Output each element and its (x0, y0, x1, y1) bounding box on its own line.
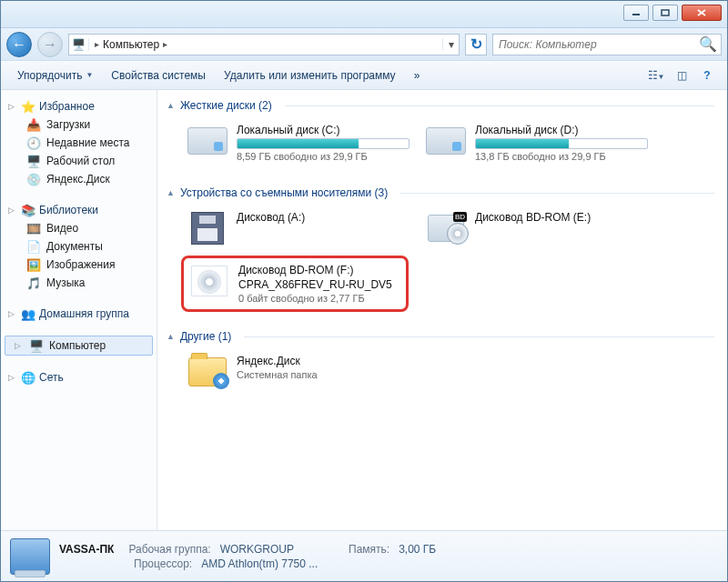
toolbar: Упорядочить▼ Свойства системы Удалить ил… (1, 61, 727, 90)
help-button[interactable]: ? (696, 69, 718, 82)
toolbar-label: Свойства системы (111, 69, 206, 82)
group-label: Сеть (39, 371, 64, 384)
pane-icon: ◫ (677, 69, 687, 82)
recent-icon: 🕘 (26, 135, 41, 150)
group-label: Избранное (39, 100, 95, 113)
network-header[interactable]: ▷🌐Сеть (1, 368, 157, 386)
sidebar-label: Яндекс.Диск (46, 173, 110, 186)
libraries-group: ▷📚Библиотеки 🎞️Видео 📄Документы 🖼️Изобра… (1, 201, 157, 292)
drive-bdrom-e[interactable]: BD Дисковод BD-ROM (E:) (420, 205, 647, 252)
titlebar (1, 1, 727, 28)
svg-rect-0 (632, 14, 640, 15)
favorites-header[interactable]: ▷⭐Избранное (1, 97, 157, 115)
toolbar-overflow[interactable]: » (407, 66, 428, 85)
group-other: ▲Другие (1) Яндекс.Диск Системная папка (165, 325, 716, 396)
drive-name: Дисковод BD-ROM (F:) (238, 264, 400, 276)
drive-bdrom-f[interactable]: ↓ Дисковод BD-ROM (F:) CPRA_X86FREV_RU-R… (181, 256, 409, 312)
chevron-down-icon: ▾ (449, 38, 454, 51)
expand-icon: ▷ (8, 309, 17, 318)
minimize-icon (632, 9, 641, 16)
hdd-icon (187, 124, 228, 158)
navbar: ← → 🖥️ ▸Компьютер▸ ▾ ↻ 🔍 (1, 28, 727, 61)
sidebar-label: Загрузки (46, 118, 90, 131)
folder-icon (187, 355, 228, 389)
view-icon: ☷ (648, 69, 658, 82)
collapse-icon: ▲ (167, 188, 175, 197)
sidebar-label: Недавние места (46, 136, 129, 149)
network-group: ▷🌐Сеть (1, 368, 157, 386)
group-title: Устройства со съемными носителями (3) (180, 186, 388, 199)
drive-name: Локальный диск (D:) (475, 124, 648, 136)
drive-free-text: 8,59 ГБ свободно из 29,9 ГБ (237, 151, 410, 162)
sidebar-item-videos[interactable]: 🎞️Видео (1, 219, 157, 237)
drive-local-d[interactable]: Локальный диск (D:) 13,8 ГБ свободно из … (420, 117, 647, 168)
drive-name: Дисковод BD-ROM (E:) (475, 211, 641, 224)
homegroup-group: ▷👥Домашняя группа (1, 305, 157, 323)
sidebar-item-recent[interactable]: 🕘Недавние места (1, 134, 157, 152)
group-title: Жесткие диски (2) (180, 99, 272, 112)
preview-pane-button[interactable]: ◫ (671, 69, 693, 82)
group-removable: ▲Устройства со съемными носителями (3) Д… (165, 181, 716, 312)
group-header[interactable]: ▲Другие (1) (165, 325, 716, 348)
divider (244, 336, 714, 337)
body: ▷⭐Избранное 📥Загрузки 🕘Недавние места 🖥️… (1, 90, 727, 530)
breadcrumb-segment[interactable]: ▸Компьютер▸ (89, 38, 173, 51)
uninstall-program-button[interactable]: Удалить или изменить программу (217, 66, 403, 85)
cpu-value: AMD Athlon(tm) 7750 ... (201, 557, 318, 570)
sidebar-label: Изображения (46, 258, 115, 271)
toolbar-label: Удалить или изменить программу (224, 69, 396, 82)
sidebar-item-desktop[interactable]: 🖥️Рабочий стол (1, 152, 157, 170)
network-icon: 🌐 (21, 370, 35, 385)
collapse-icon: ▲ (167, 101, 175, 110)
cpu-label: Процессор: (134, 557, 192, 570)
sidebar-item-documents[interactable]: 📄Документы (1, 237, 157, 256)
expand-icon: ▷ (15, 341, 24, 350)
group-label: Домашняя группа (39, 307, 129, 320)
sidebar-item-music[interactable]: 🎵Музыка (1, 274, 157, 292)
drive-free-text: 0 байт свободно из 2,77 ГБ (238, 293, 400, 304)
chevron-right-icon: ▸ (163, 39, 167, 49)
address-bar[interactable]: 🖥️ ▸Компьютер▸ ▾ (68, 34, 460, 55)
divider (285, 105, 714, 106)
music-icon: 🎵 (26, 276, 41, 290)
search-box[interactable]: 🔍 (492, 34, 722, 55)
workgroup-value: WORKGROUP (220, 543, 294, 556)
workgroup-label: Рабочая группа: (128, 543, 210, 556)
item-subtitle: Системная папка (237, 369, 402, 380)
minimize-button[interactable] (623, 5, 649, 21)
group-header[interactable]: ▲Устройства со съемными носителями (3) (165, 181, 716, 205)
memory-value: 3,00 ГБ (399, 543, 436, 556)
divider (400, 193, 714, 194)
libraries-icon: 📚 (21, 203, 35, 217)
view-options-button[interactable]: ☷▼ (645, 69, 667, 82)
sidebar-item-computer[interactable]: ▷🖥️Компьютер (5, 336, 153, 356)
system-properties-button[interactable]: Свойства системы (104, 66, 213, 85)
chevron-down-icon: ▼ (86, 71, 93, 79)
expand-icon: ▷ (8, 206, 17, 215)
item-name: Яндекс.Диск (237, 355, 402, 367)
sidebar-item-downloads[interactable]: 📥Загрузки (1, 115, 157, 134)
sidebar-item-yandex-disk[interactable]: 💿Яндекс.Диск (1, 170, 157, 188)
sidebar-label: Рабочий стол (46, 155, 115, 167)
drive-floppy-a[interactable]: Дисковод (A:) (181, 205, 409, 252)
forward-button[interactable]: → (37, 32, 63, 57)
drive-local-c[interactable]: Локальный диск (C:) 8,59 ГБ свободно из … (181, 117, 409, 168)
computer-name: VASSA-ПК (59, 543, 114, 556)
maximize-icon (661, 9, 670, 16)
maximize-button[interactable] (652, 5, 678, 21)
libraries-header[interactable]: ▷📚Библиотеки (1, 201, 157, 219)
help-icon: ? (703, 69, 710, 82)
navigation-pane: ▷⭐Избранное 📥Загрузки 🕘Недавние места 🖥️… (1, 90, 157, 530)
sidebar-item-pictures[interactable]: 🖼️Изображения (1, 256, 157, 274)
address-dropdown[interactable]: ▾ (442, 38, 459, 51)
refresh-button[interactable]: ↻ (465, 34, 487, 55)
search-input[interactable] (497, 37, 695, 52)
back-button[interactable]: ← (6, 32, 32, 57)
organize-menu[interactable]: Упорядочить▼ (10, 66, 100, 85)
item-yandex-disk[interactable]: Яндекс.Диск Системная папка (181, 348, 409, 396)
group-header[interactable]: ▲Жесткие диски (2) (165, 94, 716, 117)
close-button[interactable] (682, 5, 722, 21)
video-icon: 🎞️ (26, 221, 41, 236)
drive-volume-label: CPRA_X86FREV_RU-RU_DV5 (238, 278, 400, 291)
homegroup-header[interactable]: ▷👥Домашняя группа (1, 305, 157, 323)
